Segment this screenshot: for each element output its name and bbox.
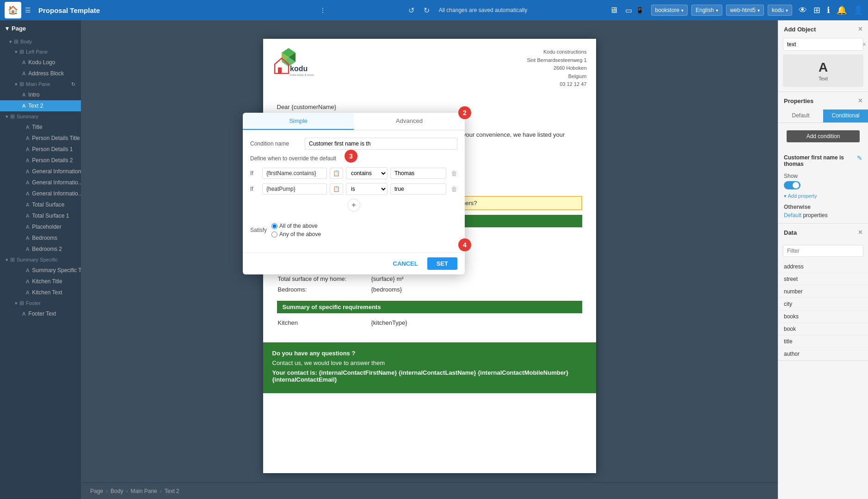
chevron-icon: ▾ bbox=[15, 49, 18, 55]
grid-icon[interactable]: ⊞ bbox=[813, 5, 820, 15]
modal-tab-simple[interactable]: Simple bbox=[243, 113, 354, 130]
data-item-city[interactable]: city bbox=[778, 298, 868, 310]
show-label: Show bbox=[784, 173, 862, 179]
sidebar-item-kitchen-text[interactable]: A Kitchen Text bbox=[0, 287, 81, 298]
condition-op-1[interactable]: contains equals starts with bbox=[346, 167, 388, 179]
sidebar-item-person-details-title[interactable]: A Person Details Title bbox=[0, 133, 81, 144]
condition-name-input[interactable] bbox=[305, 138, 457, 150]
sidebar-item-address-block[interactable]: A Address Block bbox=[0, 68, 81, 79]
mobile-icon[interactable]: 📱 bbox=[636, 6, 644, 14]
properties-close-icon[interactable]: × bbox=[858, 97, 862, 105]
sidebar-item-footer-text[interactable]: A Footer Text bbox=[0, 308, 81, 319]
data-item-books[interactable]: books bbox=[778, 310, 868, 323]
chevron-icon: ▾ bbox=[9, 39, 12, 45]
breadcrumb-body[interactable]: Body bbox=[111, 488, 123, 494]
refresh-icon[interactable]: ↻ bbox=[71, 81, 75, 87]
tablet-icon[interactable]: ▭ bbox=[625, 6, 632, 15]
condition-field-2[interactable]: {heatPump} bbox=[262, 183, 327, 195]
renderer-dropdown[interactable]: web-html5 ▾ bbox=[726, 5, 764, 16]
sidebar-item-text2[interactable]: A Text 2 bbox=[0, 100, 81, 111]
tab-conditional[interactable]: Conditional bbox=[823, 110, 868, 122]
sidebar-item-person-details-2[interactable]: A Person Details 2 bbox=[0, 155, 81, 166]
add-object-close-icon[interactable]: × bbox=[858, 25, 862, 33]
add-rule-button[interactable]: + bbox=[347, 199, 360, 212]
sidebar-item-intro[interactable]: A Intro bbox=[0, 89, 81, 100]
sidebar-item-bedrooms[interactable]: A Bedrooms bbox=[0, 232, 81, 243]
sidebar-item-placeholder[interactable]: A Placeholder bbox=[0, 221, 81, 232]
chevron-down-icon: ▾ bbox=[681, 8, 683, 13]
user-dropdown[interactable]: kodu ▾ bbox=[768, 5, 792, 16]
add-condition-button[interactable]: Add condition bbox=[787, 130, 860, 142]
bell-icon[interactable]: 🔔 bbox=[837, 5, 847, 15]
sidebar-item-general-info3[interactable]: A General Informatio... bbox=[0, 188, 81, 199]
sidebar-item-total-surface[interactable]: A Total Surface bbox=[0, 199, 81, 210]
clear-search-icon[interactable]: × bbox=[860, 38, 868, 50]
user-avatar[interactable]: 👤 bbox=[853, 5, 863, 15]
language-dropdown[interactable]: English ▾ bbox=[691, 5, 722, 16]
bookstore-dropdown[interactable]: bookstore ▾ bbox=[651, 5, 688, 16]
condition-val-2[interactable] bbox=[390, 183, 446, 195]
cancel-button[interactable]: CANCEL bbox=[388, 257, 423, 270]
show-toggle[interactable] bbox=[784, 181, 800, 189]
chevron-icon: ▾ bbox=[15, 81, 18, 87]
search-input[interactable] bbox=[783, 39, 860, 50]
sidebar-item-general-info2[interactable]: A General Informatio... bbox=[0, 177, 81, 188]
data-close-icon[interactable]: × bbox=[858, 228, 862, 237]
sidebar-section-page[interactable]: ▾ Page bbox=[0, 20, 81, 37]
chevron-down-icon: ▾ bbox=[757, 8, 760, 13]
undo-button[interactable]: ↺ bbox=[408, 6, 414, 15]
sidebar-item-title[interactable]: A Title bbox=[0, 122, 81, 133]
breadcrumb-page[interactable]: Page bbox=[90, 488, 103, 494]
field-picker-btn-1[interactable]: 📋 bbox=[330, 168, 343, 179]
data-item-title[interactable]: title bbox=[778, 335, 868, 348]
delete-condition-2-icon[interactable]: 🗑 bbox=[451, 185, 457, 193]
modal-tab-advanced[interactable]: Advanced bbox=[354, 113, 465, 130]
sidebar-section-summary[interactable]: ▾ ⊞ Summary bbox=[0, 111, 81, 122]
sidebar-section-left-pane[interactable]: ▾ ⊞ Left Pane bbox=[0, 47, 81, 57]
sidebar-item-summary-specific-title[interactable]: A Summary Specific Title bbox=[0, 265, 81, 276]
app-menu-icon[interactable]: ⋮ bbox=[320, 6, 326, 14]
satisfy-row: Satisfy All of the above Any of the abov… bbox=[250, 223, 457, 237]
field-picker-btn-2[interactable]: 📋 bbox=[330, 183, 343, 195]
sidebar-item-person-details-1[interactable]: A Person Details 1 bbox=[0, 144, 81, 155]
modal-footer: CANCEL SET bbox=[243, 252, 465, 274]
sidebar-item-kitchen-title[interactable]: A Kitchen Title bbox=[0, 276, 81, 287]
sidebar-section-body[interactable]: ▾ ⊞ Body bbox=[0, 37, 81, 47]
menu-icon[interactable]: ☰ bbox=[25, 6, 31, 14]
desktop-icon[interactable]: 🖥 bbox=[609, 6, 618, 15]
breadcrumb-text2[interactable]: Text 2 bbox=[165, 488, 179, 494]
sidebar-item-kodu-logo[interactable]: A Kodu Logo bbox=[0, 57, 81, 68]
edit-condition-icon[interactable]: ✎ bbox=[857, 154, 862, 162]
satisfy-any-radio[interactable] bbox=[271, 231, 277, 237]
condition-field-1[interactable]: {firstName.contains} bbox=[262, 168, 327, 179]
sidebar-item-total-surface-1[interactable]: A Total Surface 1 bbox=[0, 210, 81, 221]
text-object-item[interactable]: A Text bbox=[783, 55, 863, 87]
condition-name-label: Condition name bbox=[250, 140, 301, 147]
set-button[interactable]: SET bbox=[427, 257, 457, 270]
search-box: × bbox=[783, 38, 863, 51]
redo-button[interactable]: ↻ bbox=[424, 6, 430, 15]
data-filter-input[interactable] bbox=[783, 245, 863, 256]
tab-default[interactable]: Default bbox=[778, 110, 823, 122]
text-icon: A bbox=[819, 60, 828, 75]
sidebar-section-main-pane[interactable]: ▾ ⊞ Main Pane ↻ bbox=[0, 79, 81, 89]
condition-val-1[interactable] bbox=[390, 168, 446, 179]
sidebar-section-summary-specific[interactable]: ▾ ⊞ Summary Specific bbox=[0, 255, 81, 265]
breadcrumb-main-pane[interactable]: Main Pane bbox=[130, 488, 157, 494]
delete-condition-1-icon[interactable]: 🗑 bbox=[451, 170, 457, 177]
info-icon[interactable]: ℹ bbox=[827, 5, 830, 15]
data-item-book[interactable]: book bbox=[778, 323, 868, 335]
condition-op-2[interactable]: is is not contains bbox=[346, 183, 388, 195]
eye-icon[interactable]: 👁 bbox=[799, 6, 807, 15]
data-item-street[interactable]: street bbox=[778, 273, 868, 286]
data-item-address[interactable]: address bbox=[778, 261, 868, 273]
add-property-btn[interactable]: ▾ Add property bbox=[784, 193, 862, 199]
sidebar-item-general-information[interactable]: A General Information bbox=[0, 166, 81, 177]
sidebar-item-bedrooms-2[interactable]: A Bedrooms 2 bbox=[0, 243, 81, 255]
sidebar-section-footer[interactable]: ▾ ⊞ Footer bbox=[0, 298, 81, 308]
text-item-label: Text bbox=[819, 76, 828, 81]
add-object-panel: Add Object × × A Text bbox=[778, 20, 868, 92]
data-item-number[interactable]: number bbox=[778, 286, 868, 298]
satisfy-all-radio[interactable] bbox=[271, 223, 277, 229]
data-item-author[interactable]: author bbox=[778, 348, 868, 360]
